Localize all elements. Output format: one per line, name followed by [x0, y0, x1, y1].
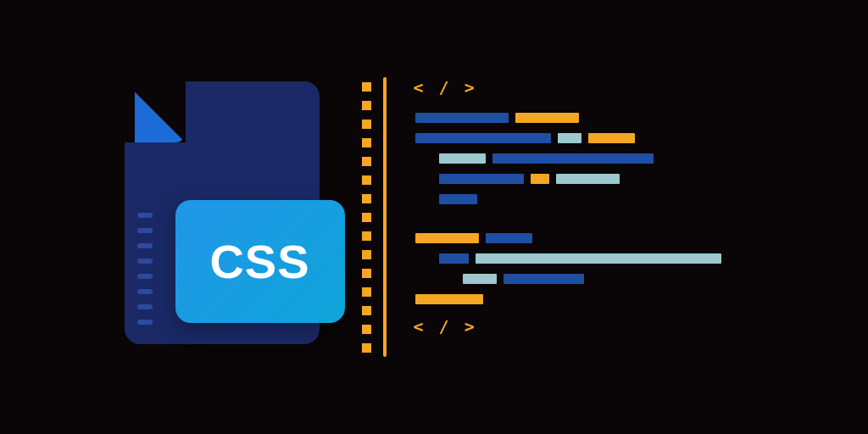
code-line: [415, 133, 744, 143]
code-lines: [415, 113, 744, 304]
code-line: [439, 153, 744, 164]
code-line: [463, 274, 744, 284]
css-illustration: CSS < / >: [125, 77, 744, 357]
code-snippet-illustration: < / >: [405, 77, 744, 357]
code-line: [415, 294, 744, 304]
code-line: [439, 194, 744, 204]
opening-tag-icon: < / >: [414, 77, 744, 97]
code-line: [415, 113, 744, 123]
file-ruled-lines: [137, 213, 153, 335]
code-line: [439, 253, 744, 264]
code-line: [415, 233, 744, 243]
code-line: [439, 174, 744, 184]
closing-tag-icon: < / >: [414, 316, 744, 337]
dotted-divider: [362, 77, 371, 357]
css-file-icon: CSS: [125, 81, 328, 353]
file-fold-corner: [125, 81, 186, 142]
file-type-label: CSS: [209, 234, 309, 289]
css-badge: CSS: [175, 200, 345, 323]
